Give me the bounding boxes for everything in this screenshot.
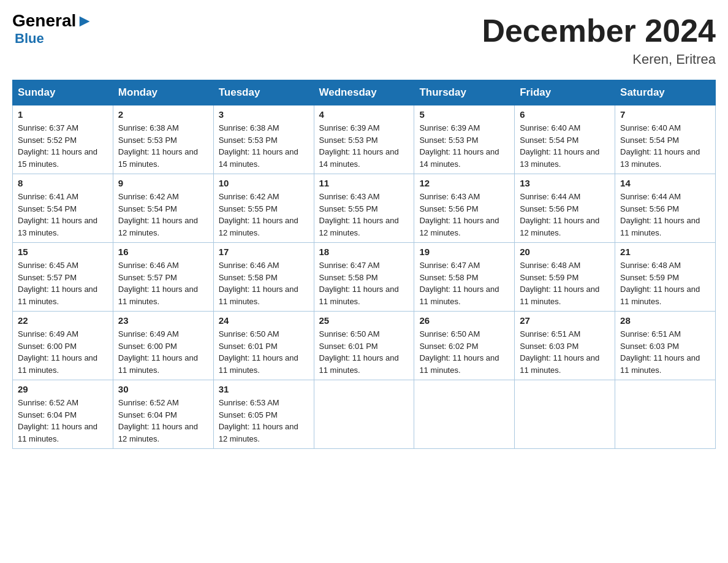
day-number: 26 bbox=[419, 315, 509, 326]
calendar-day-cell: 15Sunrise: 6:45 AMSunset: 5:57 PMDayligh… bbox=[13, 243, 113, 312]
day-number: 29 bbox=[18, 384, 108, 394]
calendar-day-cell: 9Sunrise: 6:42 AMSunset: 5:54 PMDaylight… bbox=[113, 174, 213, 243]
day-info: Sunrise: 6:49 AMSunset: 6:00 PMDaylight:… bbox=[118, 329, 198, 375]
day-number: 25 bbox=[319, 315, 409, 326]
day-info: Sunrise: 6:51 AMSunset: 6:03 PMDaylight:… bbox=[520, 329, 599, 375]
day-info: Sunrise: 6:46 AMSunset: 5:57 PMDaylight:… bbox=[118, 261, 198, 306]
weekday-header-cell: Friday bbox=[515, 80, 615, 105]
calendar-day-cell: 13Sunrise: 6:44 AMSunset: 5:56 PMDayligh… bbox=[515, 174, 615, 243]
day-info: Sunrise: 6:40 AMSunset: 5:54 PMDaylight:… bbox=[620, 123, 700, 169]
calendar-table: SundayMondayTuesdayWednesdayThursdayFrid… bbox=[12, 80, 716, 449]
day-number: 9 bbox=[118, 178, 208, 188]
calendar-week-row: 15Sunrise: 6:45 AMSunset: 5:57 PMDayligh… bbox=[13, 243, 716, 312]
calendar-day-cell bbox=[615, 380, 716, 449]
calendar-day-cell: 11Sunrise: 6:43 AMSunset: 5:55 PMDayligh… bbox=[314, 174, 414, 243]
day-info: Sunrise: 6:50 AMSunset: 6:01 PMDaylight:… bbox=[319, 329, 399, 375]
calendar-day-cell: 31Sunrise: 6:53 AMSunset: 6:05 PMDayligh… bbox=[213, 380, 314, 449]
day-info: Sunrise: 6:37 AMSunset: 5:52 PMDaylight:… bbox=[18, 123, 97, 169]
day-info: Sunrise: 6:39 AMSunset: 5:53 PMDaylight:… bbox=[319, 123, 399, 169]
day-info: Sunrise: 6:44 AMSunset: 5:56 PMDaylight:… bbox=[620, 192, 700, 237]
weekday-header-cell: Tuesday bbox=[213, 80, 314, 105]
day-number: 1 bbox=[18, 109, 108, 120]
day-number: 14 bbox=[620, 178, 710, 188]
calendar-day-cell: 1Sunrise: 6:37 AMSunset: 5:52 PMDaylight… bbox=[13, 105, 113, 174]
weekday-header-row: SundayMondayTuesdayWednesdayThursdayFrid… bbox=[13, 80, 716, 105]
day-number: 7 bbox=[620, 109, 710, 120]
calendar-week-row: 22Sunrise: 6:49 AMSunset: 6:00 PMDayligh… bbox=[13, 312, 716, 380]
day-info: Sunrise: 6:43 AMSunset: 5:56 PMDaylight:… bbox=[419, 192, 499, 237]
day-number: 6 bbox=[520, 109, 610, 120]
calendar-day-cell bbox=[314, 380, 414, 449]
day-info: Sunrise: 6:38 AMSunset: 5:53 PMDaylight:… bbox=[219, 123, 298, 169]
calendar-day-cell bbox=[515, 380, 615, 449]
day-info: Sunrise: 6:50 AMSunset: 6:01 PMDaylight:… bbox=[219, 329, 298, 375]
day-number: 22 bbox=[18, 315, 108, 326]
calendar-day-cell: 24Sunrise: 6:50 AMSunset: 6:01 PMDayligh… bbox=[213, 312, 314, 380]
day-number: 31 bbox=[219, 384, 309, 394]
calendar-week-row: 29Sunrise: 6:52 AMSunset: 6:04 PMDayligh… bbox=[13, 380, 716, 449]
calendar-day-cell: 12Sunrise: 6:43 AMSunset: 5:56 PMDayligh… bbox=[414, 174, 515, 243]
day-number: 5 bbox=[419, 109, 509, 120]
calendar-day-cell: 29Sunrise: 6:52 AMSunset: 6:04 PMDayligh… bbox=[13, 380, 113, 449]
weekday-header-cell: Saturday bbox=[615, 80, 716, 105]
day-info: Sunrise: 6:44 AMSunset: 5:56 PMDaylight:… bbox=[520, 192, 599, 237]
day-info: Sunrise: 6:42 AMSunset: 5:54 PMDaylight:… bbox=[118, 192, 198, 237]
day-info: Sunrise: 6:46 AMSunset: 5:58 PMDaylight:… bbox=[219, 261, 298, 306]
day-number: 28 bbox=[620, 315, 710, 326]
calendar-week-row: 1Sunrise: 6:37 AMSunset: 5:52 PMDaylight… bbox=[13, 105, 716, 174]
calendar-day-cell: 27Sunrise: 6:51 AMSunset: 6:03 PMDayligh… bbox=[515, 312, 615, 380]
calendar-day-cell: 19Sunrise: 6:47 AMSunset: 5:58 PMDayligh… bbox=[414, 243, 515, 312]
calendar-day-cell bbox=[414, 380, 515, 449]
day-number: 8 bbox=[18, 178, 108, 188]
day-number: 12 bbox=[419, 178, 509, 188]
day-number: 17 bbox=[219, 247, 309, 257]
day-number: 20 bbox=[520, 247, 610, 257]
day-number: 21 bbox=[620, 247, 710, 257]
calendar-day-cell: 18Sunrise: 6:47 AMSunset: 5:58 PMDayligh… bbox=[314, 243, 414, 312]
day-info: Sunrise: 6:47 AMSunset: 5:58 PMDaylight:… bbox=[319, 261, 399, 306]
calendar-day-cell: 3Sunrise: 6:38 AMSunset: 5:53 PMDaylight… bbox=[213, 105, 314, 174]
day-number: 13 bbox=[520, 178, 610, 188]
day-number: 23 bbox=[118, 315, 208, 326]
day-info: Sunrise: 6:38 AMSunset: 5:53 PMDaylight:… bbox=[118, 123, 198, 169]
calendar-day-cell: 4Sunrise: 6:39 AMSunset: 5:53 PMDaylight… bbox=[314, 105, 414, 174]
calendar-day-cell: 14Sunrise: 6:44 AMSunset: 5:56 PMDayligh… bbox=[615, 174, 716, 243]
calendar-body: 1Sunrise: 6:37 AMSunset: 5:52 PMDaylight… bbox=[13, 105, 716, 449]
calendar-day-cell: 2Sunrise: 6:38 AMSunset: 5:53 PMDaylight… bbox=[113, 105, 213, 174]
calendar-week-row: 8Sunrise: 6:41 AMSunset: 5:54 PMDaylight… bbox=[13, 174, 716, 243]
day-info: Sunrise: 6:50 AMSunset: 6:02 PMDaylight:… bbox=[419, 329, 499, 375]
logo-general-text: General► bbox=[12, 12, 93, 29]
day-number: 16 bbox=[118, 247, 208, 257]
title-section: December 2024 Keren, Eritrea bbox=[482, 12, 716, 67]
calendar-day-cell: 16Sunrise: 6:46 AMSunset: 5:57 PMDayligh… bbox=[113, 243, 213, 312]
logo-blue-text: Blue bbox=[15, 31, 44, 47]
calendar-day-cell: 22Sunrise: 6:49 AMSunset: 6:00 PMDayligh… bbox=[13, 312, 113, 380]
day-info: Sunrise: 6:40 AMSunset: 5:54 PMDaylight:… bbox=[520, 123, 599, 169]
calendar-day-cell: 25Sunrise: 6:50 AMSunset: 6:01 PMDayligh… bbox=[314, 312, 414, 380]
day-info: Sunrise: 6:45 AMSunset: 5:57 PMDaylight:… bbox=[18, 261, 97, 306]
calendar-day-cell: 7Sunrise: 6:40 AMSunset: 5:54 PMDaylight… bbox=[615, 105, 716, 174]
day-number: 3 bbox=[219, 109, 309, 120]
day-info: Sunrise: 6:48 AMSunset: 5:59 PMDaylight:… bbox=[620, 261, 700, 306]
calendar-day-cell: 8Sunrise: 6:41 AMSunset: 5:54 PMDaylight… bbox=[13, 174, 113, 243]
day-info: Sunrise: 6:41 AMSunset: 5:54 PMDaylight:… bbox=[18, 192, 97, 237]
calendar-day-cell: 6Sunrise: 6:40 AMSunset: 5:54 PMDaylight… bbox=[515, 105, 615, 174]
calendar-day-cell: 5Sunrise: 6:39 AMSunset: 5:53 PMDaylight… bbox=[414, 105, 515, 174]
day-info: Sunrise: 6:43 AMSunset: 5:55 PMDaylight:… bbox=[319, 192, 399, 237]
weekday-header-cell: Thursday bbox=[414, 80, 515, 105]
calendar-day-cell: 17Sunrise: 6:46 AMSunset: 5:58 PMDayligh… bbox=[213, 243, 314, 312]
calendar-day-cell: 23Sunrise: 6:49 AMSunset: 6:00 PMDayligh… bbox=[113, 312, 213, 380]
day-number: 2 bbox=[118, 109, 208, 120]
calendar-day-cell: 21Sunrise: 6:48 AMSunset: 5:59 PMDayligh… bbox=[615, 243, 716, 312]
weekday-header-cell: Wednesday bbox=[314, 80, 414, 105]
day-number: 19 bbox=[419, 247, 509, 257]
weekday-header-cell: Monday bbox=[113, 80, 213, 105]
day-info: Sunrise: 6:53 AMSunset: 6:05 PMDaylight:… bbox=[219, 398, 298, 443]
calendar-day-cell: 20Sunrise: 6:48 AMSunset: 5:59 PMDayligh… bbox=[515, 243, 615, 312]
calendar-day-cell: 30Sunrise: 6:52 AMSunset: 6:04 PMDayligh… bbox=[113, 380, 213, 449]
weekday-header-cell: Sunday bbox=[13, 80, 113, 105]
day-info: Sunrise: 6:42 AMSunset: 5:55 PMDaylight:… bbox=[219, 192, 298, 237]
day-info: Sunrise: 6:52 AMSunset: 6:04 PMDaylight:… bbox=[118, 398, 198, 443]
day-number: 4 bbox=[319, 109, 409, 120]
day-number: 24 bbox=[219, 315, 309, 326]
